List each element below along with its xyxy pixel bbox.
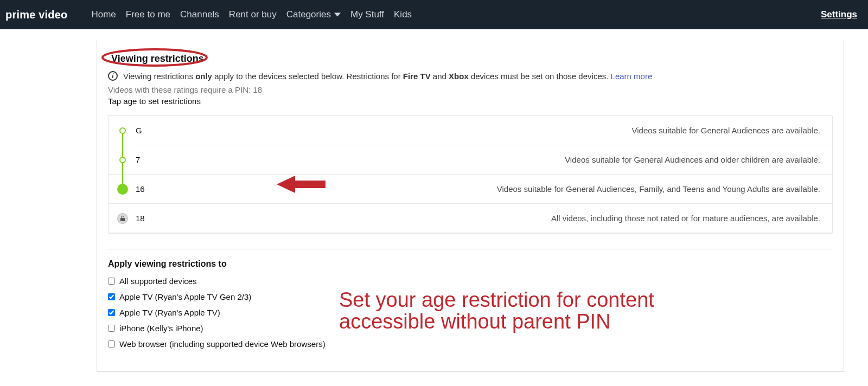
nav-my-stuff[interactable]: My Stuff bbox=[350, 9, 384, 20]
settings-card: Viewing restrictions i Viewing restricti… bbox=[97, 40, 844, 372]
nav-home[interactable]: Home bbox=[91, 9, 116, 20]
devices-title: Apply viewing restrictions to bbox=[108, 259, 833, 269]
info-post: devices must be set on those devices. bbox=[469, 72, 611, 81]
section-heading-wrap: Viewing restrictions bbox=[108, 52, 207, 66]
age-label: G bbox=[136, 126, 168, 135]
chevron-down-icon bbox=[334, 11, 341, 18]
device-row-appletv[interactable]: Apple TV (Ryan's Apple TV) bbox=[108, 308, 833, 317]
section-title: Viewing restrictions bbox=[108, 52, 207, 66]
info-pre: Viewing restrictions bbox=[123, 72, 195, 81]
info-text: Viewing restrictions only apply to the d… bbox=[123, 72, 652, 81]
nav-kids[interactable]: Kids bbox=[394, 9, 412, 20]
age-desc: Videos suitable for General Audiences ar… bbox=[168, 126, 820, 135]
info-xbox: Xbox bbox=[449, 72, 469, 81]
tap-instruction-text: Tap age to set restrictions bbox=[108, 97, 833, 106]
age-label: 16 bbox=[136, 184, 168, 194]
device-label: iPhone (Kelly's iPhone) bbox=[119, 324, 203, 333]
age-desc: All videos, including those not rated or… bbox=[168, 214, 820, 223]
device-row-all[interactable]: All supported devices bbox=[108, 276, 833, 286]
age-row-g[interactable]: G Videos suitable for General Audiences … bbox=[108, 116, 832, 145]
nav-categories-label: Categories bbox=[286, 9, 331, 20]
section-divider bbox=[108, 249, 833, 249]
top-nav: prime video Home Free to me Channels Ren… bbox=[0, 0, 868, 29]
page-body: Viewing restrictions i Viewing restricti… bbox=[0, 29, 868, 372]
info-mid: apply to the devices selected below. Res… bbox=[212, 72, 403, 81]
device-label: All supported devices bbox=[119, 276, 197, 286]
age-label: 18 bbox=[136, 214, 168, 223]
info-fire: Fire TV bbox=[403, 72, 431, 81]
age-desc: Videos suitable for General Audiences, F… bbox=[168, 184, 820, 194]
age-node-g bbox=[119, 127, 126, 134]
device-row-iphone[interactable]: iPhone (Kelly's iPhone) bbox=[108, 324, 833, 333]
nav-rent-or-buy[interactable]: Rent or buy bbox=[229, 9, 277, 20]
lock-icon bbox=[120, 216, 125, 221]
age-node-7 bbox=[119, 157, 126, 163]
age-row-18[interactable]: 18 All videos, including those not rated… bbox=[108, 204, 832, 233]
info-only: only bbox=[195, 72, 212, 81]
device-checkbox-iphone[interactable] bbox=[108, 325, 115, 332]
age-row-7[interactable]: 7 Videos suitable for General Audiences … bbox=[108, 145, 832, 175]
device-label: Web browser (including supported device … bbox=[119, 339, 326, 349]
brand-logo[interactable]: prime video bbox=[5, 9, 67, 21]
age-desc: Videos suitable for General Audiences an… bbox=[168, 155, 820, 164]
device-label: Apple TV (Ryan's Apple TV Gen 2/3) bbox=[119, 292, 251, 301]
nav-free-to-me[interactable]: Free to me bbox=[126, 9, 170, 20]
pin-requirement-text: Videos with these ratings require a PIN:… bbox=[108, 85, 833, 94]
nav-channels[interactable]: Channels bbox=[180, 9, 219, 20]
info-and: and bbox=[431, 72, 449, 81]
info-icon: i bbox=[108, 71, 118, 81]
age-node-16-selected bbox=[117, 184, 128, 195]
device-checkbox-web[interactable] bbox=[108, 340, 115, 348]
device-checkbox-all[interactable] bbox=[108, 278, 115, 285]
device-checkbox-appletv[interactable] bbox=[108, 309, 115, 316]
device-row-appletv-gen23[interactable]: Apple TV (Ryan's Apple TV Gen 2/3) bbox=[108, 292, 833, 301]
info-line: i Viewing restrictions only apply to the… bbox=[108, 71, 833, 81]
learn-more-link[interactable]: Learn more bbox=[611, 72, 653, 81]
age-node-18-locked bbox=[117, 213, 128, 224]
nav-menu: Home Free to me Channels Rent or buy Cat… bbox=[91, 9, 412, 20]
age-row-16[interactable]: 16 Videos suitable for General Audiences… bbox=[108, 175, 832, 204]
nav-categories[interactable]: Categories bbox=[286, 9, 341, 20]
nav-settings[interactable]: Settings bbox=[821, 9, 857, 20]
device-row-web[interactable]: Web browser (including supported device … bbox=[108, 339, 833, 349]
device-label: Apple TV (Ryan's Apple TV) bbox=[119, 308, 220, 317]
device-checkbox-appletv-gen23[interactable] bbox=[108, 293, 115, 300]
age-label: 7 bbox=[136, 155, 168, 164]
age-rating-list: G Videos suitable for General Audiences … bbox=[108, 115, 833, 234]
